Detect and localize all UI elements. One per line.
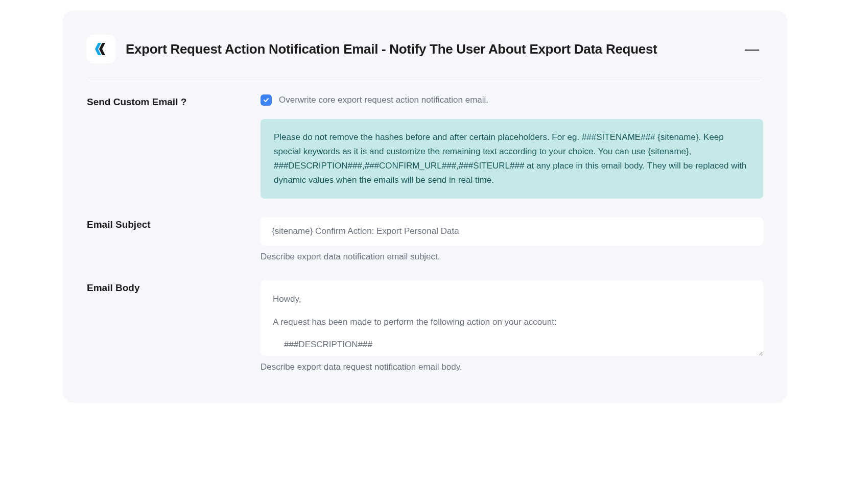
email-subject-helper: Describe export data notification email … xyxy=(261,252,763,262)
email-subject-label: Email Subject xyxy=(87,219,261,230)
send-custom-email-row: Send Custom Email ? Overwrite core expor… xyxy=(87,94,763,199)
info-notice: Please do not remove the hashes before a… xyxy=(261,119,763,199)
panel-header: Export Request Action Notification Email… xyxy=(87,35,763,78)
content-column: Howdy, A request has been made to perfor… xyxy=(261,280,763,372)
body-line: A request has been made to perform the f… xyxy=(273,315,751,330)
email-subject-row: Email Subject Describe export data notif… xyxy=(87,217,763,262)
label-column: Email Body xyxy=(87,280,261,372)
email-body-textarea[interactable]: Howdy, A request has been made to perfor… xyxy=(261,280,763,356)
email-body-row: Email Body Howdy, A request has been mad… xyxy=(87,280,763,372)
label-column: Send Custom Email ? xyxy=(87,94,261,199)
email-body-helper: Describe export data request notificatio… xyxy=(261,362,763,372)
settings-panel: Export Request Action Notification Email… xyxy=(62,10,788,403)
content-column: Describe export data notification email … xyxy=(261,217,763,262)
send-custom-email-label: Send Custom Email ? xyxy=(87,97,261,108)
check-icon xyxy=(263,97,269,103)
checkbox-row: Overwrite core export request action not… xyxy=(261,94,763,106)
overwrite-checkbox[interactable] xyxy=(261,94,272,106)
email-subject-input[interactable] xyxy=(261,217,763,246)
body-line: ###DESCRIPTION### xyxy=(273,337,751,353)
logo-container xyxy=(87,35,115,63)
label-column: Email Subject xyxy=(87,217,261,262)
email-body-label: Email Body xyxy=(87,282,261,294)
app-logo-icon xyxy=(93,41,109,57)
textarea-wrapper: Howdy, A request has been made to perfor… xyxy=(261,280,763,356)
checkbox-label: Overwrite core export request action not… xyxy=(279,95,488,105)
collapse-button[interactable]: — xyxy=(741,40,763,58)
content-column: Overwrite core export request action not… xyxy=(261,94,763,199)
body-line: Howdy, xyxy=(273,292,751,307)
panel-title: Export Request Action Notification Email… xyxy=(126,41,730,57)
